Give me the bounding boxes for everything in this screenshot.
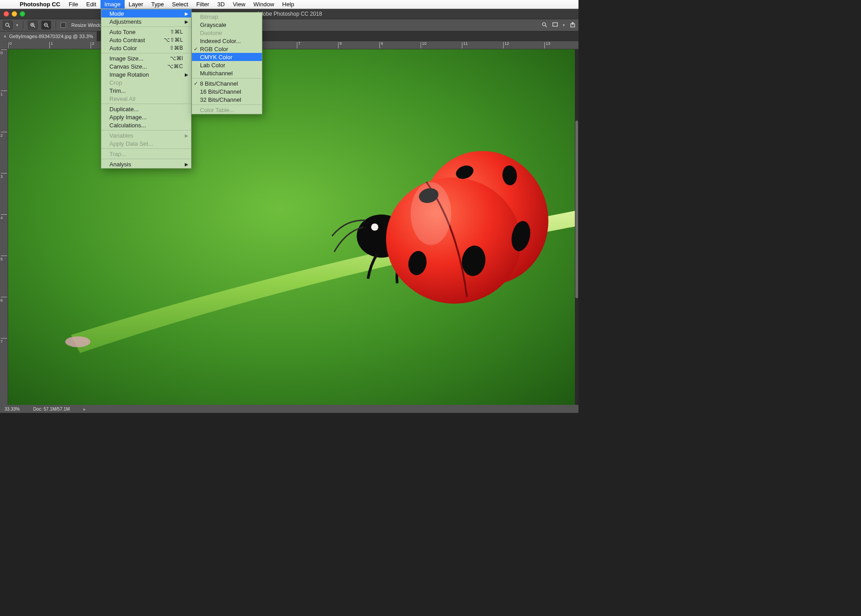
- image-menu-reveal-all: Reveal All: [101, 95, 191, 103]
- zoom-out-button[interactable]: [41, 21, 51, 30]
- canvas[interactable]: [8, 49, 575, 405]
- search-icon[interactable]: [541, 22, 548, 29]
- menu-layer[interactable]: Layer: [125, 0, 148, 9]
- mode-menu-16-bits-channel[interactable]: 16 Bits/Channel: [192, 87, 262, 95]
- image-menu-crop: Crop: [101, 78, 191, 87]
- maximize-icon[interactable]: [20, 11, 25, 17]
- vertical-scrollbar[interactable]: [575, 49, 578, 405]
- status-flyout-icon[interactable]: ▸: [83, 407, 86, 412]
- svg-point-27: [411, 182, 451, 245]
- mode-menu-indexed-color[interactable]: Indexed Color...: [192, 37, 262, 45]
- chevron-down-icon[interactable]: ▾: [563, 23, 565, 27]
- svg-line-7: [47, 26, 49, 28]
- options-bar: ▾ Resize Windows to Fit ▾: [0, 19, 578, 31]
- ruler-origin[interactable]: [0, 41, 8, 49]
- image-menu-auto-color[interactable]: Auto Color⇧⌘B: [101, 44, 191, 52]
- image-menu-mode[interactable]: Mode▶: [101, 9, 191, 17]
- mode-menu-32-bits-channel[interactable]: 32 Bits/Channel: [192, 95, 262, 104]
- mac-menubar: Photoshop CC FileEditImageLayerTypeSelec…: [0, 0, 578, 9]
- menu-help[interactable]: Help: [278, 0, 298, 9]
- svg-line-10: [545, 26, 547, 27]
- svg-point-0: [6, 23, 9, 26]
- zoom-level[interactable]: 33.33%: [4, 407, 20, 412]
- image-menu-analysis[interactable]: Analysis▶: [101, 160, 191, 168]
- document-tab-label: GettyImages-893470324.jpg @ 33.3%: [9, 34, 93, 39]
- doc-size[interactable]: Doc: 57.1M/57.1M: [33, 407, 70, 412]
- mode-menu-color-table: Color Table...: [192, 106, 262, 114]
- status-bar: 33.33% Doc: 57.1M/57.1M ▸: [0, 405, 578, 413]
- mode-menu-lab-color[interactable]: Lab Color: [192, 61, 262, 69]
- mode-submenu: BitmapGrayscaleDuotoneIndexed Color...✓R…: [191, 12, 262, 114]
- image-menu-trim[interactable]: Trim...: [101, 87, 191, 95]
- share-icon[interactable]: [570, 22, 576, 29]
- image-menu-canvas-size[interactable]: Canvas Size...⌥⌘C: [101, 62, 191, 70]
- image-menu-calculations[interactable]: Calculations...: [101, 121, 191, 129]
- menu-filter[interactable]: Filter: [192, 0, 213, 9]
- mode-menu-duotone: Duotone: [192, 29, 262, 37]
- svg-point-9: [543, 23, 546, 26]
- image-menu-image-rotation[interactable]: Image Rotation▶: [101, 70, 191, 78]
- svg-point-15: [65, 336, 90, 347]
- menu-select[interactable]: Select: [168, 0, 192, 9]
- image-menu-auto-tone[interactable]: Auto Tone⇧⌘L: [101, 28, 191, 36]
- menu-image[interactable]: Image: [100, 0, 125, 9]
- image-menu-apply-image[interactable]: Apply Image...: [101, 113, 191, 121]
- image-menu-adjustments[interactable]: Adjustments▶: [101, 17, 191, 26]
- svg-line-3: [34, 26, 35, 28]
- menu-window[interactable]: Window: [249, 0, 278, 9]
- document-tab[interactable]: × GettyImages-893470324.jpg @ 33.3%: [0, 31, 97, 41]
- menu-view[interactable]: View: [229, 0, 249, 9]
- minimize-icon[interactable]: [12, 11, 17, 17]
- image-menu-image-size[interactable]: Image Size...⌥⌘I: [101, 54, 191, 62]
- image-menu-variables: Variables▶: [101, 131, 191, 139]
- close-icon[interactable]: [4, 11, 9, 17]
- image-menu-auto-contrast[interactable]: Auto Contrast⌥⇧⌘L: [101, 36, 191, 44]
- window-titlebar: Adobe Photoshop CC 2018: [0, 9, 578, 19]
- mode-menu-bitmap: Bitmap: [192, 13, 262, 21]
- tab-close-icon[interactable]: ×: [4, 34, 6, 39]
- ruler-vertical[interactable]: 01234567: [0, 49, 8, 405]
- mode-menu-rgb-color[interactable]: ✓RGB Color: [192, 45, 262, 53]
- mode-menu-8-bits-channel[interactable]: ✓8 Bits/Channel: [192, 79, 262, 87]
- window-title: Adobe Photoshop CC 2018: [257, 11, 322, 17]
- app-name[interactable]: Photoshop CC: [15, 1, 65, 8]
- image-menu-duplicate[interactable]: Duplicate...: [101, 105, 191, 113]
- document-tabbar: × GettyImages-893470324.jpg @ 33.3%: [0, 31, 578, 41]
- menu-type[interactable]: Type: [147, 0, 168, 9]
- menu-3d[interactable]: 3D: [213, 0, 229, 9]
- svg-line-1: [9, 26, 10, 28]
- mode-menu-cmyk-color[interactable]: CMYK Color: [192, 53, 262, 61]
- document-image: [8, 49, 575, 405]
- workspace: 012345678910111213 01234567: [0, 41, 578, 405]
- zoom-in-button[interactable]: [28, 21, 38, 30]
- scrollbar-thumb[interactable]: [575, 121, 578, 299]
- mode-menu-grayscale[interactable]: Grayscale: [192, 21, 262, 29]
- svg-point-18: [371, 223, 378, 230]
- chevron-down-icon[interactable]: ▾: [16, 23, 18, 27]
- image-menu-trap: Trap...: [101, 150, 191, 158]
- window-controls: [0, 11, 25, 17]
- menu-edit[interactable]: Edit: [82, 0, 100, 9]
- image-menu-apply-data-set: Apply Data Set...: [101, 139, 191, 147]
- screen-mode-icon[interactable]: [552, 22, 558, 29]
- menu-file[interactable]: File: [65, 0, 82, 9]
- image-menu: Mode▶Adjustments▶Auto Tone⇧⌘LAuto Contra…: [101, 9, 191, 169]
- tool-magnifier-icon[interactable]: [3, 21, 13, 30]
- ruler-horizontal[interactable]: 012345678910111213: [8, 41, 578, 49]
- resize-windows-checkbox[interactable]: [61, 22, 66, 28]
- svg-rect-11: [553, 23, 558, 26]
- mode-menu-multichannel[interactable]: Multichannel: [192, 69, 262, 77]
